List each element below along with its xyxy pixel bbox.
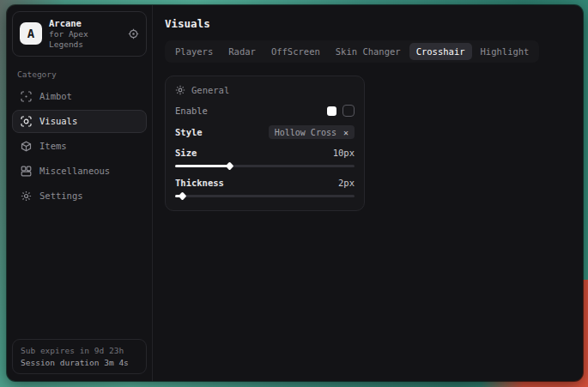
app-subtitle: for Apex Legends <box>49 29 121 50</box>
gear-icon <box>21 190 32 202</box>
remove-icon[interactable]: ✕ <box>343 128 349 137</box>
size-slider-thumb[interactable] <box>225 162 233 171</box>
sidebar-item-miscellaneous[interactable]: Miscellaneous <box>12 160 147 183</box>
style-chip[interactable]: Hollow Cross ✕ <box>269 125 355 139</box>
sidebar-item-visuals[interactable]: Visuals <box>12 110 147 133</box>
sidebar-item-label: Visuals <box>39 116 77 126</box>
panel-header: General <box>175 85 355 95</box>
thickness-value: 2px <box>338 178 355 188</box>
page-title: Visuals <box>165 17 571 30</box>
cube-icon <box>21 141 32 152</box>
main-content: Visuals Players Radar OffScreen Skin Cha… <box>153 5 583 381</box>
enable-label: Enable <box>175 106 208 116</box>
sidebar: A Arcane for Apex Legends Category <box>7 5 153 381</box>
gear-icon <box>175 85 185 95</box>
thickness-row: Thickness 2px <box>175 178 355 188</box>
panel-title: General <box>191 85 229 95</box>
style-value: Hollow Cross <box>275 128 336 137</box>
tab-crosshair[interactable]: Crosshair <box>409 43 472 60</box>
sidebar-item-settings[interactable]: Settings <box>12 184 147 208</box>
app-window: A Arcane for Apex Legends Category <box>7 5 583 381</box>
sidebar-item-label: Settings <box>39 190 83 201</box>
target-icon[interactable] <box>128 28 139 39</box>
size-slider[interactable] <box>175 163 355 169</box>
size-label: Size <box>175 148 197 158</box>
color-swatch[interactable] <box>327 106 336 116</box>
subscription-info: Sub expires in 9d 23h Session duration 3… <box>12 339 147 374</box>
general-panel: General Enable Style Hollow Cross ✕ Size… <box>165 76 365 211</box>
category-label: Category <box>17 70 142 79</box>
tab-radar[interactable]: Radar <box>221 43 263 60</box>
size-row: Size 10px <box>175 148 355 158</box>
scan-eye-icon <box>21 116 32 127</box>
tab-players[interactable]: Players <box>168 43 220 60</box>
thickness-slider[interactable] <box>175 193 355 199</box>
tab-skin-changer[interactable]: Skin Changer <box>329 43 408 60</box>
enable-row: Enable <box>175 105 355 117</box>
blocks-icon <box>21 166 32 177</box>
sidebar-item-label: Aimbot <box>39 91 72 101</box>
sidebar-item-items[interactable]: Items <box>12 135 147 158</box>
style-row: Style Hollow Cross ✕ <box>175 125 355 139</box>
brand-card: A Arcane for Apex Legends <box>12 11 147 57</box>
tab-bar: Players Radar OffScreen Skin Changer Cro… <box>165 40 539 63</box>
thickness-slider-thumb[interactable] <box>179 192 187 201</box>
thickness-label: Thickness <box>175 178 224 188</box>
sidebar-item-label: Miscellaneous <box>39 166 110 176</box>
sidebar-item-aimbot[interactable]: Aimbot <box>12 85 147 108</box>
sidebar-item-label: Items <box>39 141 67 151</box>
sidebar-nav: Aimbot Visuals Items <box>12 85 147 208</box>
brand-text: Arcane for Apex Legends <box>49 18 121 50</box>
tab-highlight[interactable]: Highlight <box>474 43 536 60</box>
session-duration-text: Session duration 3m 4s <box>21 358 138 367</box>
tab-offscreen[interactable]: OffScreen <box>264 43 327 60</box>
style-label: Style <box>175 127 203 137</box>
enable-checkbox[interactable] <box>342 105 355 117</box>
sub-expires-text: Sub expires in 9d 23h <box>21 346 138 355</box>
app-name: Arcane <box>49 18 121 29</box>
size-value: 10px <box>333 148 355 158</box>
app-logo: A <box>20 22 42 45</box>
scan-target-icon <box>21 91 32 102</box>
